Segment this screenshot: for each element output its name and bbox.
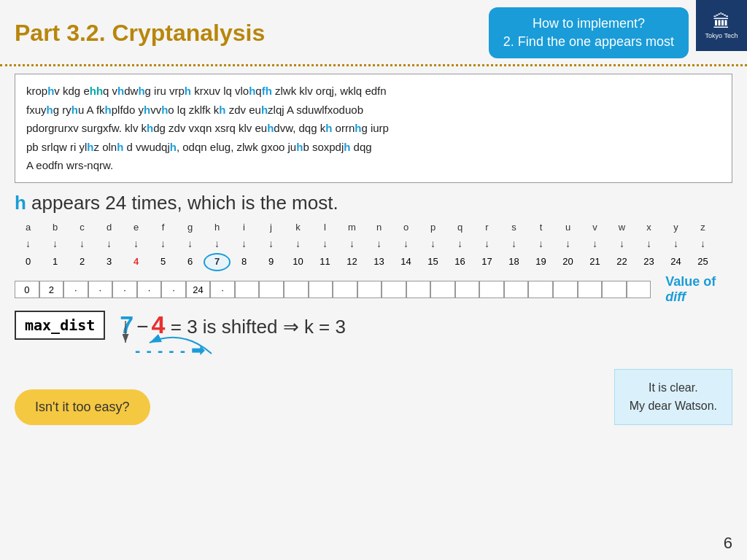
header-divider: [0, 64, 747, 66]
letter-v: v: [581, 220, 608, 236]
diff-2: ·: [63, 281, 88, 298]
cipher-line-1: krophv kdg ehhq vhdwhg iru vrph krxuv lq…: [26, 82, 721, 101]
letter-p: p: [419, 220, 446, 236]
header: Part 3.2. Cryptanalysis How to implement…: [0, 0, 747, 58]
dashed-arrow: - - - - - ➡: [135, 341, 205, 359]
diff-12: [309, 281, 333, 298]
letter-h: h: [204, 220, 231, 236]
diff-5: ·: [137, 281, 162, 298]
formula-text: 7−4 = 3 is shifted ⇒ k = 3: [120, 311, 346, 339]
diff-3: ·: [88, 281, 113, 298]
diff-13: [333, 281, 357, 298]
diff-table-row: 0 2 · · · · · 24 ·: [15, 274, 732, 305]
logo-icon: 🏛: [713, 12, 730, 32]
diff-1: 2: [39, 281, 64, 298]
letter-y: y: [662, 220, 689, 236]
diff-17: [430, 281, 455, 298]
letter-a: a: [15, 220, 42, 236]
diff-18: [455, 281, 480, 298]
diff-23: [578, 281, 603, 298]
letter-r: r: [473, 220, 500, 236]
number-7-circle: 7: [204, 253, 231, 271]
header-bubble: How to implement? 2. Find the one appear…: [489, 7, 689, 58]
max-dist-box: max_dist: [15, 311, 105, 340]
diff-7: 24: [186, 281, 211, 298]
diff-14: [357, 281, 382, 298]
diff-19: [479, 281, 504, 298]
diff-6: ·: [161, 281, 186, 298]
diff-20: [504, 281, 529, 298]
letter-w: w: [608, 220, 635, 236]
cipher-text-box: krophv kdg ehhq vhdwhg iru vrph krxuv lq…: [15, 74, 732, 183]
formula-num-red: 4: [152, 311, 166, 338]
letter-o: o: [392, 220, 419, 236]
letter-t: t: [527, 220, 554, 236]
diff-9: [235, 281, 260, 298]
page-title: Part 3.2. Cryptanalysis: [0, 20, 489, 47]
diff-25: [627, 281, 651, 298]
letter-i: i: [231, 220, 258, 236]
cipher-line-2: fxuyhg ryhu A fkhplfdo yhvvho lq zklfk k…: [26, 101, 721, 120]
value-of-diff-label: Value of diff: [665, 274, 732, 305]
cipher-line-5: A eodfn wrs-nqrw.: [26, 156, 721, 175]
letter-f: f: [150, 220, 177, 236]
letter-c: c: [69, 220, 96, 236]
letter-n: n: [365, 220, 392, 236]
letter-l: l: [311, 220, 338, 236]
alphabet-section: a b c d e f g h i j k l m n o p q r s t …: [15, 220, 732, 305]
letter-m: m: [338, 220, 365, 236]
diff-11: [284, 281, 309, 298]
diff-21: [528, 281, 553, 298]
cipher-line-3: pdorgrurxv surgxfw. klv khdg zdv vxqn xs…: [26, 119, 721, 138]
letter-e: e: [123, 220, 150, 236]
letter-k: k: [285, 220, 311, 236]
clear-box: It is clear. My dear Watson.: [614, 369, 732, 425]
letter-z: z: [689, 220, 716, 236]
letter-x: x: [635, 220, 662, 236]
logo: 🏛 Tokyo Tech: [696, 0, 747, 51]
numbers-row: 0 1 2 3 4 5 6 7 8 9 10 11 12 13 14 15 16…: [15, 253, 732, 271]
diff-16: [406, 281, 431, 298]
letter-g: g: [177, 220, 204, 236]
letter-d: d: [96, 220, 123, 236]
letter-u: u: [554, 220, 581, 236]
letter-s: s: [500, 220, 527, 236]
letter-j: j: [258, 220, 285, 236]
yellow-bubble: Isn't it too easy?: [15, 389, 150, 425]
diff-8: ·: [210, 281, 235, 298]
page-number: 6: [724, 534, 732, 553]
logo-text: Tokyo Tech: [705, 32, 738, 39]
diff-15: [382, 281, 406, 298]
h-appears-statement: h appears 24 times, which is the most.: [15, 192, 732, 214]
letter-q: q: [446, 220, 473, 236]
arrows-row: ↓ ↓ ↓ ↓ ↓ ↓ ↓ ↓ ↓ ↓ ↓ ↓ ↓ ↓ ↓ ↓ ↓ ↓ ↓ ↓ …: [15, 236, 732, 252]
max-dist-section: max_dist 7−4 = 3 is shifted ⇒ k = 3: [15, 311, 747, 340]
cipher-line-4: pb srlqw ri ylhz olnh d vwudqjh, odqn el…: [26, 138, 721, 157]
diff-24: [602, 281, 627, 298]
letter-b: b: [42, 220, 69, 236]
formula-suffix: = 3 is shifted ⇒ k = 3: [166, 316, 346, 338]
diff-22: [553, 281, 578, 298]
dashed-arrow-row: - - - - - ➡: [135, 341, 747, 360]
diff-0: 0: [15, 281, 39, 298]
bottom-section: Isn't it too easy? It is clear. My dear …: [15, 369, 732, 425]
slide: Part 3.2. Cryptanalysis How to implement…: [0, 0, 747, 560]
formula-num-blue: 7: [120, 311, 133, 338]
number-4-red: 4: [123, 254, 150, 270]
diff-4: ·: [112, 281, 137, 298]
alphabet-row: a b c d e f g h i j k l m n o p q r s t …: [15, 220, 732, 236]
diff-10: [259, 281, 284, 298]
